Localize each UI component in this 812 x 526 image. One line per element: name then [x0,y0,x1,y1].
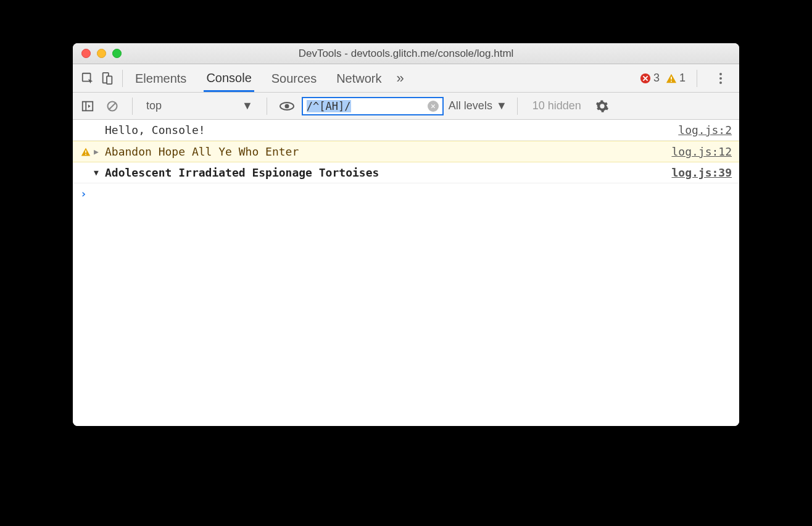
console-message[interactable]: Hello, Console! log.js:2 [73,120,739,141]
console-message[interactable]: ▶ Abandon Hope All Ye Who Enter log.js:1… [73,141,739,162]
svg-rect-12 [85,150,86,152]
svg-rect-4 [671,77,672,80]
svg-rect-5 [671,80,672,81]
error-icon [640,73,651,84]
divider [132,98,133,115]
more-tabs-icon[interactable]: » [397,70,404,86]
filter-value: /^[AH]/ [307,100,351,112]
filter-input[interactable]: /^[AH]/ ✕ [302,97,444,115]
console-prompt[interactable]: › [73,183,739,204]
levels-label: All levels [449,99,492,112]
execution-context-select[interactable]: top ▼ [143,98,257,114]
warning-icon [666,73,677,84]
window-controls [81,49,122,58]
warning-icon [78,147,94,157]
window-title: DevTools - devtools.glitch.me/console/lo… [73,48,739,60]
console-message[interactable]: ▼ Adolescent Irradiated Espionage Tortoi… [73,162,739,183]
tabbar-right: 3 1 [640,70,734,87]
sidebar-toggle-icon[interactable] [78,96,97,116]
svg-rect-6 [83,101,93,111]
console-toolbar: top ▼ /^[AH]/ ✕ All levels ▼ 10 hidden [73,93,739,120]
minimize-window-button[interactable] [97,49,106,58]
panel-tabs: Elements Console Sources Network [133,65,384,92]
warning-count: 1 [679,72,686,85]
hidden-messages-count[interactable]: 10 hidden [532,99,581,112]
message-text: Hello, Console! [102,123,678,136]
svg-line-9 [109,102,116,110]
chevron-down-icon: ▼ [242,99,253,112]
source-link[interactable]: log.js:12 [671,145,732,158]
tab-network[interactable]: Network [334,65,384,91]
divider [267,98,267,115]
devtools-window: DevTools - devtools.glitch.me/console/lo… [73,43,739,426]
gear-icon[interactable] [592,96,612,116]
titlebar: DevTools - devtools.glitch.me/console/lo… [73,43,739,64]
tab-sources[interactable]: Sources [269,65,319,91]
source-link[interactable]: log.js:2 [678,123,732,136]
chevron-down-icon: ▼ [496,99,507,112]
collapse-arrow-icon[interactable]: ▼ [94,168,102,177]
kebab-menu-icon[interactable] [712,73,729,84]
error-count: 3 [653,72,660,85]
expand-arrow-icon[interactable]: ▶ [94,147,102,156]
log-levels-select[interactable]: All levels ▼ [449,99,507,112]
svg-rect-2 [107,76,112,84]
clear-filter-icon[interactable]: ✕ [428,101,439,112]
live-expression-icon[interactable] [277,96,297,116]
svg-rect-13 [85,154,86,155]
tab-console[interactable]: Console [204,65,254,92]
inspect-element-icon[interactable] [78,69,97,88]
divider [517,98,518,115]
divider [122,70,123,87]
device-toolbar-icon[interactable] [97,69,117,88]
warning-count-badge[interactable]: 1 [666,72,686,85]
error-count-badge[interactable]: 3 [640,72,660,85]
message-text: Abandon Hope All Ye Who Enter [102,145,671,158]
divider [697,70,697,87]
context-label: top [146,99,162,112]
console-messages: Hello, Console! log.js:2 ▶ Abandon Hope … [73,120,739,426]
message-text: Adolescent Irradiated Espionage Tortoise… [102,166,671,179]
source-link[interactable]: log.js:39 [671,166,732,179]
tab-elements[interactable]: Elements [133,65,189,91]
close-window-button[interactable] [81,49,91,58]
svg-point-11 [284,104,289,108]
main-tabbar: Elements Console Sources Network » 3 1 [73,64,739,93]
zoom-window-button[interactable] [112,49,122,58]
clear-console-icon[interactable] [102,96,122,116]
